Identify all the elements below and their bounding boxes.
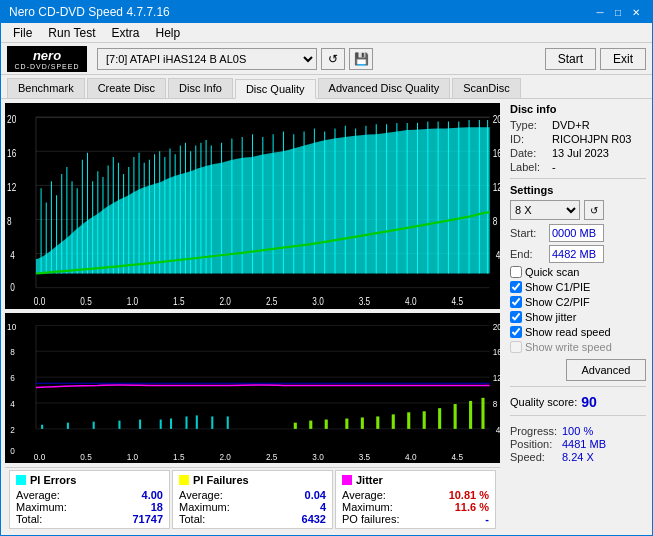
show-read-checkbox[interactable] <box>510 326 522 338</box>
drive-selector[interactable]: [7:0] ATAPI iHAS124 B AL0S <box>97 48 317 70</box>
show-read-row[interactable]: Show read speed <box>510 326 646 338</box>
pi-failures-total-row: Total: 6432 <box>179 513 326 525</box>
exit-button[interactable]: Exit <box>600 48 646 70</box>
svg-rect-106 <box>185 416 187 428</box>
svg-text:2.5: 2.5 <box>266 453 278 462</box>
nero-logo-text: nero <box>33 48 61 63</box>
pi-failures-avg-row: Average: 0.04 <box>179 489 326 501</box>
pi-errors-title: PI Errors <box>30 474 76 486</box>
svg-text:1.0: 1.0 <box>127 453 139 462</box>
disc-id-value: RICOHJPN R03 <box>552 133 631 145</box>
pi-failures-header: PI Failures <box>179 474 326 486</box>
svg-rect-116 <box>392 414 395 428</box>
toolbar: nero CD-DVD/SPEED [7:0] ATAPI iHAS124 B … <box>1 43 652 75</box>
quality-score-value: 90 <box>581 394 597 410</box>
quality-score-label: Quality score: <box>510 396 577 408</box>
stats-area: PI Errors Average: 4.00 Maximum: 18 Tota… <box>5 467 500 531</box>
svg-text:0.0: 0.0 <box>34 294 46 307</box>
start-input[interactable] <box>549 224 604 242</box>
svg-rect-109 <box>227 416 229 428</box>
svg-rect-101 <box>93 422 95 429</box>
refresh-button[interactable]: ↺ <box>321 48 345 70</box>
jitter-icon <box>342 475 352 485</box>
svg-rect-103 <box>139 420 141 429</box>
svg-rect-122 <box>481 398 484 429</box>
position-label: Position: <box>510 438 558 450</box>
tab-benchmark[interactable]: Benchmark <box>7 78 85 98</box>
svg-rect-107 <box>196 415 198 428</box>
pi-errors-total-row: Total: 71747 <box>16 513 163 525</box>
svg-text:1.5: 1.5 <box>173 453 185 462</box>
tab-scan-disc[interactable]: ScanDisc <box>452 78 520 98</box>
svg-text:16: 16 <box>493 147 500 160</box>
end-input[interactable] <box>549 245 604 263</box>
svg-rect-99 <box>41 425 43 429</box>
disc-id-row: ID: RICOHJPN R03 <box>510 133 646 145</box>
tab-disc-info[interactable]: Disc Info <box>168 78 233 98</box>
menu-file[interactable]: File <box>5 24 40 42</box>
jitter-avg-label: Average: <box>342 489 386 501</box>
svg-text:4.5: 4.5 <box>452 453 464 462</box>
main-window: Nero CD-DVD Speed 4.7.7.16 ─ □ ✕ File Ru… <box>0 0 653 536</box>
maximize-button[interactable]: □ <box>610 4 626 20</box>
show-c1pie-checkbox[interactable] <box>510 281 522 293</box>
disc-type-value: DVD+R <box>552 119 590 131</box>
show-jitter-row[interactable]: Show jitter <box>510 311 646 323</box>
svg-rect-146 <box>342 475 352 485</box>
divider-3 <box>510 415 646 416</box>
show-jitter-label: Show jitter <box>525 311 576 323</box>
show-c2pif-row[interactable]: Show C2/PIF <box>510 296 646 308</box>
svg-text:2.0: 2.0 <box>220 294 232 307</box>
divider-2 <box>510 386 646 387</box>
menu-help[interactable]: Help <box>148 24 189 42</box>
tab-bar: Benchmark Create Disc Disc Info Disc Qua… <box>1 75 652 99</box>
quick-scan-row[interactable]: Quick scan <box>510 266 646 278</box>
show-c1pie-label: Show C1/PIE <box>525 281 590 293</box>
close-button[interactable]: ✕ <box>628 4 644 20</box>
show-write-row[interactable]: Show write speed <box>510 341 646 353</box>
disc-info-title: Disc info <box>510 103 646 115</box>
svg-text:10: 10 <box>7 323 17 332</box>
jitter-avg-value: 10.81 % <box>449 489 489 501</box>
svg-rect-100 <box>67 423 69 429</box>
show-jitter-checkbox[interactable] <box>510 311 522 323</box>
svg-text:2: 2 <box>10 426 15 435</box>
save-button[interactable]: 💾 <box>349 48 373 70</box>
pi-errors-avg-label: Average: <box>16 489 60 501</box>
svg-rect-102 <box>118 421 120 429</box>
advanced-button[interactable]: Advanced <box>566 359 646 381</box>
pi-failures-title: PI Failures <box>193 474 249 486</box>
minimize-button[interactable]: ─ <box>592 4 608 20</box>
disc-label-label: Label: <box>510 161 548 173</box>
jitter-avg-row: Average: 10.81 % <box>342 489 489 501</box>
svg-rect-120 <box>454 404 457 429</box>
quick-scan-checkbox[interactable] <box>510 266 522 278</box>
jitter-title: Jitter <box>356 474 383 486</box>
show-c1pie-row[interactable]: Show C1/PIE <box>510 281 646 293</box>
svg-text:4: 4 <box>10 400 15 409</box>
start-field-row: Start: <box>510 224 646 242</box>
svg-text:4: 4 <box>10 249 15 262</box>
speed-reset-button[interactable]: ↺ <box>584 200 604 220</box>
speed-selector[interactable]: 8 X <box>510 200 580 220</box>
tab-advanced-disc-quality[interactable]: Advanced Disc Quality <box>318 78 451 98</box>
jitter-max-value: 11.6 % <box>455 501 489 513</box>
menu-extra[interactable]: Extra <box>103 24 147 42</box>
start-button[interactable]: Start <box>545 48 596 70</box>
svg-text:16: 16 <box>7 147 17 160</box>
show-write-checkbox[interactable] <box>510 341 522 353</box>
show-c2pif-checkbox[interactable] <box>510 296 522 308</box>
menu-run-test[interactable]: Run Test <box>40 24 103 42</box>
svg-rect-110 <box>294 423 297 429</box>
pi-failures-total-label: Total: <box>179 513 205 525</box>
jitter-po-row: PO failures: - <box>342 513 489 525</box>
window-controls: ─ □ ✕ <box>592 4 644 20</box>
svg-text:1.5: 1.5 <box>173 294 185 307</box>
svg-rect-108 <box>211 416 213 428</box>
pi-failures-max-value: 4 <box>320 501 326 513</box>
tab-disc-quality[interactable]: Disc Quality <box>235 79 316 99</box>
tab-create-disc[interactable]: Create Disc <box>87 78 166 98</box>
pi-errors-max-label: Maximum: <box>16 501 67 513</box>
disc-id-label: ID: <box>510 133 548 145</box>
jitter-block: Jitter Average: 10.81 % Maximum: 11.6 % … <box>335 470 496 529</box>
